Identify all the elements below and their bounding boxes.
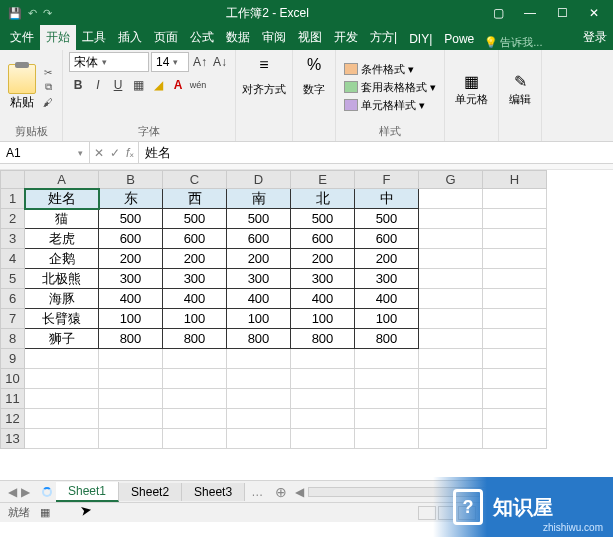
cell-C6[interactable]: 400 [163,289,227,309]
undo-icon[interactable]: ↶ [28,7,37,20]
cell-F5[interactable]: 300 [355,269,419,289]
name-box[interactable]: A1▾ [0,142,90,163]
row-header-10[interactable]: 10 [1,369,25,389]
cell-H5[interactable] [483,269,547,289]
tab-view[interactable]: 视图 [292,25,328,50]
redo-icon[interactable]: ↷ [43,7,52,20]
row-header-6[interactable]: 6 [1,289,25,309]
italic-icon[interactable]: I [89,76,107,94]
cell-E11[interactable] [291,389,355,409]
sheet-nav-prev-icon[interactable]: ◀ [8,485,17,499]
tab-home[interactable]: 开始 [40,25,76,50]
editing-button[interactable]: ✎编辑 [505,68,535,109]
formula-input[interactable]: 姓名 [139,142,613,163]
cell-F6[interactable]: 400 [355,289,419,309]
tab-addon1[interactable]: 方方| [364,25,403,50]
cell-E5[interactable]: 300 [291,269,355,289]
cell-E8[interactable]: 800 [291,329,355,349]
border-icon[interactable]: ▦ [129,76,147,94]
row-header-13[interactable]: 13 [1,429,25,449]
cell-C7[interactable]: 100 [163,309,227,329]
row-header-8[interactable]: 8 [1,329,25,349]
cell-H10[interactable] [483,369,547,389]
font-size-combo[interactable]: 14▾ [151,52,189,72]
sheet-tab-1[interactable]: Sheet1 [56,482,119,502]
col-header-E[interactable]: E [291,171,355,189]
cell-A8[interactable]: 狮子 [25,329,99,349]
cell-D8[interactable]: 800 [227,329,291,349]
cell-G8[interactable] [419,329,483,349]
cell-C8[interactable]: 800 [163,329,227,349]
font-name-combo[interactable]: 宋体▾ [69,52,149,72]
cell-F9[interactable] [355,349,419,369]
cell-G7[interactable] [419,309,483,329]
cell-B4[interactable]: 200 [99,249,163,269]
font-color-icon[interactable]: A [169,76,187,94]
cell-A11[interactable] [25,389,99,409]
accept-formula-icon[interactable]: ✓ [110,146,120,160]
cell-B5[interactable]: 300 [99,269,163,289]
cell-H4[interactable] [483,249,547,269]
cell-C11[interactable] [163,389,227,409]
col-header-B[interactable]: B [99,171,163,189]
sheet-tab-3[interactable]: Sheet3 [182,483,245,501]
cancel-formula-icon[interactable]: ✕ [94,146,104,160]
paste-button[interactable]: 粘贴 [6,62,38,113]
cell-D4[interactable]: 200 [227,249,291,269]
number-format-button[interactable]: % [299,52,329,78]
row-header-4[interactable]: 4 [1,249,25,269]
cell-E6[interactable]: 400 [291,289,355,309]
cell-C12[interactable] [163,409,227,429]
cell-H13[interactable] [483,429,547,449]
cell-D10[interactable] [227,369,291,389]
cell-F12[interactable] [355,409,419,429]
cell-G3[interactable] [419,229,483,249]
cell-G10[interactable] [419,369,483,389]
ribbon-options-icon[interactable]: ▢ [483,2,513,24]
cell-H1[interactable] [483,189,547,209]
cell-H6[interactable] [483,289,547,309]
tab-developer[interactable]: 开发 [328,25,364,50]
cell-A9[interactable] [25,349,99,369]
cell-D3[interactable]: 600 [227,229,291,249]
cell-H3[interactable] [483,229,547,249]
col-header-C[interactable]: C [163,171,227,189]
copy-icon[interactable]: ⧉ [40,80,56,94]
cell-G13[interactable] [419,429,483,449]
tab-formulas[interactable]: 公式 [184,25,220,50]
col-header-H[interactable]: H [483,171,547,189]
cell-F3[interactable]: 600 [355,229,419,249]
select-all-cell[interactable] [1,171,25,189]
bold-icon[interactable]: B [69,76,87,94]
col-header-A[interactable]: A [25,171,99,189]
save-icon[interactable]: 💾 [8,7,22,20]
tab-insert[interactable]: 插入 [112,25,148,50]
conditional-format-button[interactable]: 条件格式 ▾ [342,61,438,78]
cell-E2[interactable]: 500 [291,209,355,229]
cell-G6[interactable] [419,289,483,309]
row-header-12[interactable]: 12 [1,409,25,429]
tab-addon2[interactable]: DIY| [403,28,438,50]
underline-icon[interactable]: U [109,76,127,94]
tab-review[interactable]: 审阅 [256,25,292,50]
row-header-11[interactable]: 11 [1,389,25,409]
sheet-tab-2[interactable]: Sheet2 [119,483,182,501]
cell-F2[interactable]: 500 [355,209,419,229]
cell-H12[interactable] [483,409,547,429]
cell-H8[interactable] [483,329,547,349]
cell-F13[interactable] [355,429,419,449]
cell-D2[interactable]: 500 [227,209,291,229]
cell-B2[interactable]: 500 [99,209,163,229]
cell-G11[interactable] [419,389,483,409]
row-header-5[interactable]: 5 [1,269,25,289]
cell-C1[interactable]: 西 [163,189,227,209]
tab-data[interactable]: 数据 [220,25,256,50]
cell-B12[interactable] [99,409,163,429]
cell-G9[interactable] [419,349,483,369]
cell-F4[interactable]: 200 [355,249,419,269]
cell-F1[interactable]: 中 [355,189,419,209]
cut-icon[interactable]: ✂ [40,65,56,79]
cell-A2[interactable]: 猫 [25,209,99,229]
table-format-button[interactable]: 套用表格格式 ▾ [342,79,438,96]
cell-B7[interactable]: 100 [99,309,163,329]
